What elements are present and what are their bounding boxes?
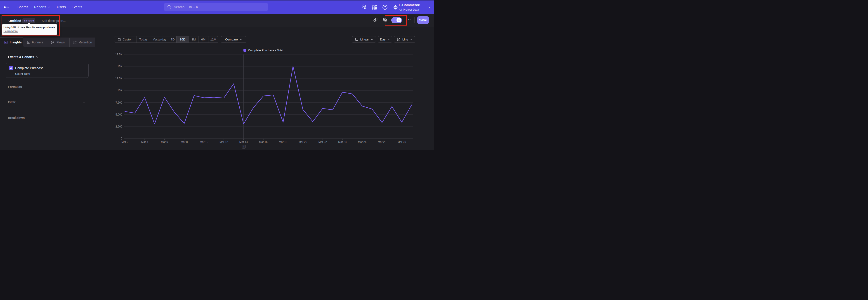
project-selector[interactable]: E-Commerce All Project Data [399, 3, 428, 11]
pagination-page-button[interactable]: 1 [242, 145, 246, 149]
svg-text:Mar 4: Mar 4 [141, 140, 148, 144]
svg-text:Mar 10: Mar 10 [200, 140, 209, 144]
flows-icon [51, 40, 55, 44]
line-chart[interactable]: 02,5005,0007,50010K12.5K15K17.5KMar 2Mar… [95, 27, 434, 150]
label: Users [57, 0, 66, 14]
svg-text:Mar 16: Mar 16 [259, 140, 268, 144]
svg-text:Mar 6: Mar 6 [161, 140, 168, 144]
nav-item-reports[interactable]: Reports [34, 0, 50, 14]
label: Insights [10, 40, 22, 44]
retention-icon [73, 41, 76, 44]
apps-grid-icon[interactable] [371, 4, 377, 10]
project-name: E-Commerce [399, 3, 428, 7]
breakdown-header: Breakdown [8, 116, 25, 120]
logo-dot-medium [6, 6, 8, 8]
search-input[interactable]: Search ⌘ + K [164, 3, 268, 11]
label: Formulas [8, 85, 22, 89]
add-event-button[interactable] [82, 55, 86, 59]
ellipsis-dot [408, 20, 409, 20]
svg-text:0: 0 [121, 137, 122, 140]
label: Funnels [32, 40, 43, 44]
event-metric[interactable]: Count Total [15, 72, 30, 76]
tab-retention[interactable]: Retention [73, 37, 92, 47]
label: Events & Cohorts [8, 55, 34, 59]
add-filter-button[interactable] [82, 100, 86, 104]
tab-separator [46, 38, 46, 47]
nav-item-boards[interactable]: Boards [18, 0, 28, 14]
query-builder-panel: Insights Funnels Flows [0, 27, 95, 150]
search-placeholder: Search [174, 5, 184, 9]
logo-dot-large [4, 6, 6, 8]
report-tabs: Insights Funnels Flows [0, 37, 95, 47]
data-management-icon[interactable] [361, 4, 367, 10]
svg-text:2,500: 2,500 [116, 125, 122, 128]
label: Retention [79, 40, 92, 44]
svg-text:7,500: 7,500 [116, 101, 122, 104]
svg-text:Mar 26: Mar 26 [358, 140, 367, 144]
tab-flows[interactable]: Flows [51, 37, 65, 47]
window-top-edge [0, 0, 434, 0]
svg-text:10K: 10K [118, 89, 122, 92]
insights-icon [4, 41, 8, 44]
filter-header: Filter [8, 100, 16, 104]
events-cohorts-header[interactable]: Events & Cohorts [8, 55, 39, 59]
svg-text:17.5K: 17.5K [115, 53, 122, 56]
tab-funnels[interactable]: Funnels [26, 37, 43, 47]
svg-text:Mar 12: Mar 12 [219, 140, 228, 144]
svg-text:Mar 18: Mar 18 [279, 140, 287, 144]
save-button[interactable]: Save [417, 16, 429, 24]
svg-text:12.5K: 12.5K [115, 77, 122, 80]
svg-text:15K: 15K [118, 65, 122, 68]
add-breakdown-button[interactable] [82, 116, 86, 120]
tab-separator [69, 38, 70, 47]
svg-text:Mar 30: Mar 30 [398, 140, 406, 144]
copy-link-icon[interactable] [373, 18, 378, 22]
event-name[interactable]: Complete Purchase [15, 66, 43, 70]
kebab-dot [84, 69, 84, 70]
kebab-dot [84, 68, 84, 69]
project-chevron-icon [429, 6, 432, 9]
label: Reports [34, 0, 46, 14]
label: Events [72, 0, 82, 14]
event-menu-button[interactable] [84, 68, 85, 72]
svg-text:Mar 22: Mar 22 [318, 140, 327, 144]
tab-insights[interactable]: Insights [4, 37, 22, 47]
add-formula-button[interactable] [82, 85, 86, 89]
formulas-header: Formulas [8, 85, 22, 89]
ellipsis-dot [410, 20, 410, 20]
svg-text:Mar 14: Mar 14 [239, 140, 248, 144]
label: Filter [8, 100, 16, 104]
svg-text:5,000: 5,000 [116, 113, 122, 116]
svg-text:Mar 24: Mar 24 [338, 140, 347, 144]
top-navbar: Boards Reports Users Events Search ⌘ + K [0, 0, 434, 14]
project-scope: All Project Data [399, 8, 428, 11]
ellipsis-dot [407, 20, 407, 20]
svg-text:Mar 8: Mar 8 [181, 140, 188, 144]
logo-dot-small [8, 7, 9, 7]
search-shortcut: ⌘ + K [189, 5, 198, 9]
event-row-card[interactable]: A Complete Purchase Count Total [6, 63, 89, 78]
settings-gear-icon[interactable] [393, 4, 399, 10]
funnels-icon [26, 40, 30, 44]
more-options-button[interactable] [407, 20, 411, 20]
app-window: Boards Reports Users Events Search ⌘ + K [0, 0, 434, 150]
mixpanel-logo-icon[interactable] [4, 6, 10, 8]
nav-item-events[interactable]: Events [72, 0, 82, 14]
chevron-down-icon [36, 56, 39, 58]
kebab-dot [84, 71, 84, 72]
nav-item-users[interactable]: Users [57, 0, 66, 14]
svg-text:Mar 28: Mar 28 [378, 140, 386, 144]
annotation-rect-toggle [385, 16, 407, 26]
svg-text:Mar 2: Mar 2 [121, 140, 128, 144]
chevron-down-icon [48, 6, 50, 8]
label: Breakdown [8, 116, 25, 120]
event-letter-badge: A [9, 66, 13, 70]
label: Flows [57, 40, 65, 44]
svg-text:Mar 20: Mar 20 [299, 140, 307, 144]
label: Boards [18, 0, 28, 14]
help-icon[interactable] [382, 4, 388, 10]
search-icon [167, 5, 171, 9]
annotation-rect-title [2, 16, 60, 36]
